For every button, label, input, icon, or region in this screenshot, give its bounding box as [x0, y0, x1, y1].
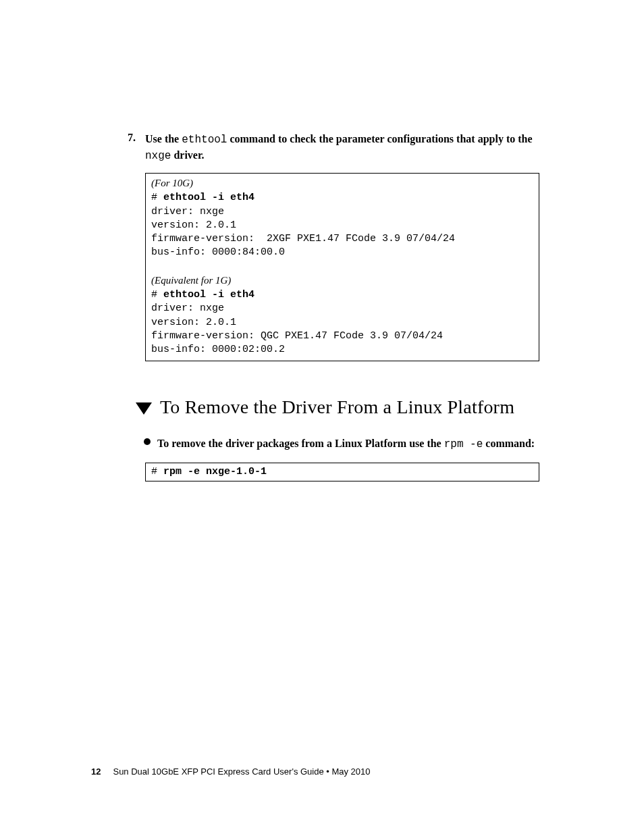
prompt-1: # [151, 192, 163, 203]
bullet-part-1: To remove the driver packages from a Lin… [157, 438, 444, 449]
label-1g: (Equivalent for 1G) [151, 275, 231, 286]
out-1c: firmware-version: 2XGF PXE1.47 FCode 3.9… [151, 233, 455, 244]
rpm-cmd: rpm -e nxge-1.0-1 [163, 466, 267, 477]
bullet-text: To remove the driver packages from a Lin… [157, 436, 535, 452]
step-text-2: command to check the parameter configura… [227, 133, 532, 145]
page-content: 7. Use the ethtool command to check the … [0, 0, 644, 834]
nxge-code: nxge [145, 150, 171, 162]
label-10g: (For 10G) [151, 178, 193, 188]
out-2d: bus-info: 0000:02:00.2 [151, 344, 285, 355]
bullet-item: To remove the driver packages from a Lin… [145, 436, 539, 452]
out-2b: version: 2.0.1 [151, 317, 236, 328]
out-1a: driver: nxge [151, 206, 224, 217]
step-row: 7. Use the ethtool command to check the … [145, 132, 539, 163]
ethtool-code: ethtool [182, 134, 227, 146]
code-block-ethtool: (For 10G) # ethtool -i eth4 driver: nxge… [145, 173, 539, 361]
footer-title: Sun Dual 10GbE XFP PCI Express Card User… [113, 766, 370, 777]
out-1b: version: 2.0.1 [151, 219, 236, 231]
step-instruction: Use the ethtool command to check the par… [145, 132, 539, 163]
page-footer: 12 Sun Dual 10GbE XFP PCI Express Card U… [91, 766, 371, 777]
rpm-prompt: # [151, 466, 163, 477]
step-text-3: driver. [171, 149, 204, 161]
cmd-2: ethtool -i eth4 [163, 289, 254, 301]
out-2a: driver: nxge [151, 303, 224, 314]
section-heading-row: To Remove the Driver From a Linux Platfo… [136, 396, 539, 418]
bullet-icon [144, 438, 151, 445]
rpm-code: rpm -e [444, 438, 483, 450]
out-1d: bus-info: 0000:84:00.0 [151, 246, 285, 258]
section-heading: To Remove the Driver From a Linux Platfo… [160, 396, 514, 418]
prompt-2: # [151, 289, 163, 301]
bullet-part-2: command: [483, 438, 535, 449]
step-text-1: Use the [145, 133, 182, 145]
out-2c: firmware-version: QGC PXE1.47 FCode 3.9 … [151, 330, 443, 342]
step-number: 7. [128, 132, 140, 144]
code-block-rpm: # rpm -e nxge-1.0-1 [145, 463, 539, 481]
step-7: 7. Use the ethtool command to check the … [145, 132, 539, 163]
triangle-down-icon [136, 402, 152, 415]
cmd-1: ethtool -i eth4 [163, 192, 254, 203]
page-number: 12 [91, 766, 101, 777]
